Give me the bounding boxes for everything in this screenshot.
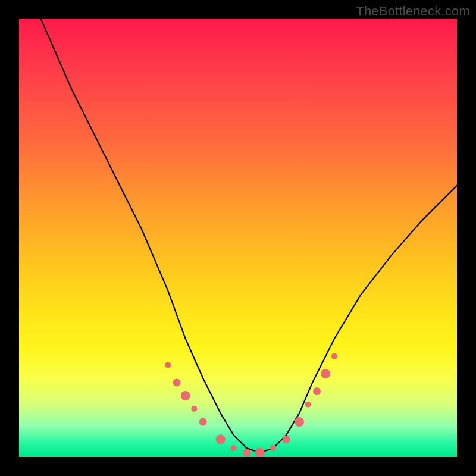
marker-dot bbox=[181, 391, 190, 400]
marker-dot bbox=[165, 362, 171, 368]
marker-dot bbox=[283, 436, 290, 443]
marker-dot bbox=[199, 418, 207, 426]
marker-dots-group bbox=[165, 353, 337, 457]
marker-dot bbox=[305, 402, 311, 408]
marker-dot bbox=[173, 378, 181, 386]
marker-dot bbox=[313, 387, 321, 395]
watermark-text: TheBottleneck.com bbox=[356, 4, 470, 19]
marker-dot bbox=[216, 435, 226, 444]
chart-frame: TheBottleneck.com bbox=[0, 0, 476, 476]
marker-dot bbox=[321, 369, 330, 378]
marker-dot bbox=[231, 445, 237, 451]
marker-dot bbox=[331, 353, 337, 359]
marker-dot bbox=[270, 445, 276, 451]
marker-dot bbox=[243, 449, 250, 456]
marker-dot bbox=[295, 417, 304, 427]
chart-svg bbox=[19, 19, 457, 457]
chart-plot-area bbox=[19, 19, 457, 457]
marker-dot bbox=[191, 406, 197, 412]
bottleneck-curve-line bbox=[41, 19, 457, 453]
marker-dot bbox=[255, 448, 265, 457]
